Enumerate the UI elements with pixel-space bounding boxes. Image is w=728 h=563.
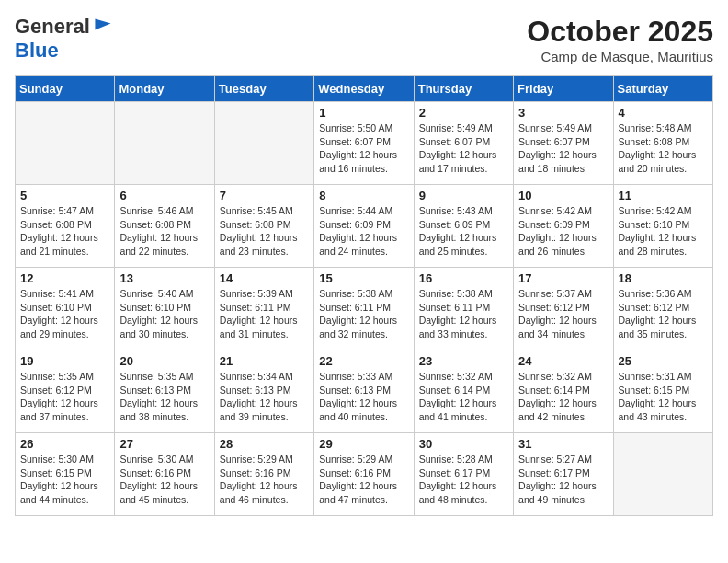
week-row-3: 12Sunrise: 5:41 AMSunset: 6:10 PMDayligh… bbox=[16, 268, 713, 350]
calendar-cell: 6Sunrise: 5:46 AMSunset: 6:08 PMDaylight… bbox=[115, 185, 214, 268]
page-header: General Blue October 2025 Camp de Masque… bbox=[15, 15, 713, 64]
day-info: Sunrise: 5:46 AMSunset: 6:08 PMDaylight:… bbox=[119, 204, 209, 259]
day-info: Sunrise: 5:35 AMSunset: 6:12 PMDaylight:… bbox=[20, 370, 109, 424]
day-info: Sunrise: 5:49 AMSunset: 6:07 PMDaylight:… bbox=[518, 121, 608, 176]
calendar-cell: 19Sunrise: 5:35 AMSunset: 6:12 PMDayligh… bbox=[16, 350, 115, 433]
day-info: Sunrise: 5:37 AMSunset: 6:12 PMDaylight:… bbox=[518, 287, 608, 341]
day-number: 2 bbox=[419, 106, 508, 120]
weekday-header-wednesday: Wednesday bbox=[314, 76, 414, 102]
calendar-cell: 3Sunrise: 5:49 AMSunset: 6:07 PMDaylight… bbox=[514, 102, 613, 185]
calendar-cell: 2Sunrise: 5:49 AMSunset: 6:07 PMDaylight… bbox=[414, 102, 513, 185]
calendar-cell: 14Sunrise: 5:39 AMSunset: 6:11 PMDayligh… bbox=[214, 268, 313, 350]
logo-general-text: General bbox=[15, 15, 90, 39]
calendar-cell bbox=[115, 102, 214, 185]
calendar-cell: 20Sunrise: 5:35 AMSunset: 6:13 PMDayligh… bbox=[115, 350, 214, 433]
month-title: October 2025 bbox=[527, 15, 713, 49]
calendar-cell: 25Sunrise: 5:31 AMSunset: 6:15 PMDayligh… bbox=[613, 350, 712, 433]
day-info: Sunrise: 5:40 AMSunset: 6:10 PMDaylight:… bbox=[119, 287, 209, 341]
day-info: Sunrise: 5:39 AMSunset: 6:11 PMDaylight:… bbox=[220, 287, 309, 341]
title-section: October 2025 Camp de Masque, Mauritius bbox=[527, 15, 713, 64]
day-info: Sunrise: 5:38 AMSunset: 6:11 PMDaylight:… bbox=[419, 287, 508, 341]
day-number: 18 bbox=[619, 271, 708, 285]
day-number: 13 bbox=[119, 271, 209, 285]
calendar-cell: 7Sunrise: 5:45 AMSunset: 6:08 PMDaylight… bbox=[214, 185, 313, 268]
calendar-cell: 21Sunrise: 5:34 AMSunset: 6:13 PMDayligh… bbox=[214, 350, 313, 433]
calendar-cell: 4Sunrise: 5:48 AMSunset: 6:08 PMDaylight… bbox=[613, 102, 712, 185]
day-number: 9 bbox=[419, 189, 508, 202]
day-info: Sunrise: 5:43 AMSunset: 6:09 PMDaylight:… bbox=[419, 204, 508, 259]
calendar-cell: 23Sunrise: 5:32 AMSunset: 6:14 PMDayligh… bbox=[414, 350, 513, 433]
calendar-cell: 17Sunrise: 5:37 AMSunset: 6:12 PMDayligh… bbox=[514, 268, 613, 350]
calendar-cell: 5Sunrise: 5:47 AMSunset: 6:08 PMDaylight… bbox=[16, 185, 115, 268]
day-number: 27 bbox=[119, 437, 209, 451]
calendar-cell: 24Sunrise: 5:32 AMSunset: 6:14 PMDayligh… bbox=[514, 350, 613, 433]
day-number: 7 bbox=[220, 189, 309, 202]
logo-blue-text: Blue bbox=[15, 39, 114, 63]
day-info: Sunrise: 5:41 AMSunset: 6:10 PMDaylight:… bbox=[20, 287, 109, 341]
day-info: Sunrise: 5:32 AMSunset: 6:14 PMDaylight:… bbox=[518, 370, 608, 424]
day-info: Sunrise: 5:31 AMSunset: 6:15 PMDaylight:… bbox=[619, 370, 708, 424]
day-info: Sunrise: 5:47 AMSunset: 6:08 PMDaylight:… bbox=[20, 204, 109, 259]
calendar-cell: 28Sunrise: 5:29 AMSunset: 6:16 PMDayligh… bbox=[214, 433, 313, 516]
week-row-5: 26Sunrise: 5:30 AMSunset: 6:15 PMDayligh… bbox=[16, 433, 713, 516]
day-number: 21 bbox=[220, 354, 309, 368]
calendar-cell: 26Sunrise: 5:30 AMSunset: 6:15 PMDayligh… bbox=[16, 433, 115, 516]
day-info: Sunrise: 5:34 AMSunset: 6:13 PMDaylight:… bbox=[220, 370, 309, 424]
day-info: Sunrise: 5:44 AMSunset: 6:09 PMDaylight:… bbox=[319, 204, 408, 259]
day-info: Sunrise: 5:36 AMSunset: 6:12 PMDaylight:… bbox=[619, 287, 708, 341]
day-number: 29 bbox=[319, 437, 408, 451]
calendar-cell: 31Sunrise: 5:27 AMSunset: 6:17 PMDayligh… bbox=[514, 433, 613, 516]
day-info: Sunrise: 5:42 AMSunset: 6:10 PMDaylight:… bbox=[619, 204, 708, 259]
svg-marker-0 bbox=[95, 18, 110, 29]
calendar-cell bbox=[16, 102, 115, 185]
day-number: 6 bbox=[119, 189, 209, 202]
day-number: 3 bbox=[518, 106, 608, 120]
calendar-cell: 16Sunrise: 5:38 AMSunset: 6:11 PMDayligh… bbox=[414, 268, 513, 350]
weekday-header-saturday: Saturday bbox=[613, 76, 712, 102]
calendar-cell: 27Sunrise: 5:30 AMSunset: 6:16 PMDayligh… bbox=[115, 433, 214, 516]
weekday-header-tuesday: Tuesday bbox=[214, 76, 313, 102]
day-number: 16 bbox=[419, 271, 508, 285]
calendar-cell bbox=[214, 102, 313, 185]
week-row-1: 1Sunrise: 5:50 AMSunset: 6:07 PMDaylight… bbox=[16, 102, 713, 185]
day-number: 17 bbox=[518, 271, 608, 285]
day-info: Sunrise: 5:49 AMSunset: 6:07 PMDaylight:… bbox=[419, 121, 508, 176]
day-info: Sunrise: 5:33 AMSunset: 6:13 PMDaylight:… bbox=[319, 370, 408, 424]
day-info: Sunrise: 5:35 AMSunset: 6:13 PMDaylight:… bbox=[119, 370, 209, 424]
weekday-header-sunday: Sunday bbox=[16, 76, 115, 102]
calendar-cell: 12Sunrise: 5:41 AMSunset: 6:10 PMDayligh… bbox=[16, 268, 115, 350]
day-number: 28 bbox=[220, 437, 309, 451]
day-number: 19 bbox=[20, 354, 109, 368]
day-info: Sunrise: 5:38 AMSunset: 6:11 PMDaylight:… bbox=[319, 287, 408, 341]
day-info: Sunrise: 5:32 AMSunset: 6:14 PMDaylight:… bbox=[419, 370, 508, 424]
calendar-cell: 1Sunrise: 5:50 AMSunset: 6:07 PMDaylight… bbox=[314, 102, 414, 185]
calendar-cell bbox=[613, 433, 712, 516]
day-info: Sunrise: 5:29 AMSunset: 6:16 PMDaylight:… bbox=[319, 453, 408, 507]
day-number: 23 bbox=[419, 354, 508, 368]
calendar-cell: 30Sunrise: 5:28 AMSunset: 6:17 PMDayligh… bbox=[414, 433, 513, 516]
day-number: 26 bbox=[20, 437, 109, 451]
weekday-header-thursday: Thursday bbox=[414, 76, 513, 102]
week-row-4: 19Sunrise: 5:35 AMSunset: 6:12 PMDayligh… bbox=[16, 350, 713, 433]
day-number: 8 bbox=[319, 189, 408, 202]
day-info: Sunrise: 5:45 AMSunset: 6:08 PMDaylight:… bbox=[220, 204, 309, 259]
calendar-cell: 9Sunrise: 5:43 AMSunset: 6:09 PMDaylight… bbox=[414, 185, 513, 268]
day-info: Sunrise: 5:48 AMSunset: 6:08 PMDaylight:… bbox=[619, 121, 708, 176]
day-number: 24 bbox=[518, 354, 608, 368]
logo: General Blue bbox=[15, 15, 114, 63]
day-number: 25 bbox=[619, 354, 708, 368]
day-number: 11 bbox=[619, 189, 708, 202]
weekday-header-friday: Friday bbox=[514, 76, 613, 102]
day-number: 31 bbox=[518, 437, 608, 451]
day-number: 14 bbox=[220, 271, 309, 285]
weekday-header-row: SundayMondayTuesdayWednesdayThursdayFrid… bbox=[16, 76, 713, 102]
day-info: Sunrise: 5:50 AMSunset: 6:07 PMDaylight:… bbox=[319, 121, 408, 176]
calendar-cell: 10Sunrise: 5:42 AMSunset: 6:09 PMDayligh… bbox=[514, 185, 613, 268]
calendar-cell: 13Sunrise: 5:40 AMSunset: 6:10 PMDayligh… bbox=[115, 268, 214, 350]
day-info: Sunrise: 5:28 AMSunset: 6:17 PMDaylight:… bbox=[419, 453, 508, 507]
day-number: 4 bbox=[619, 106, 708, 120]
day-number: 20 bbox=[119, 354, 209, 368]
calendar-cell: 8Sunrise: 5:44 AMSunset: 6:09 PMDaylight… bbox=[314, 185, 414, 268]
day-number: 12 bbox=[20, 271, 109, 285]
day-info: Sunrise: 5:42 AMSunset: 6:09 PMDaylight:… bbox=[518, 204, 608, 259]
